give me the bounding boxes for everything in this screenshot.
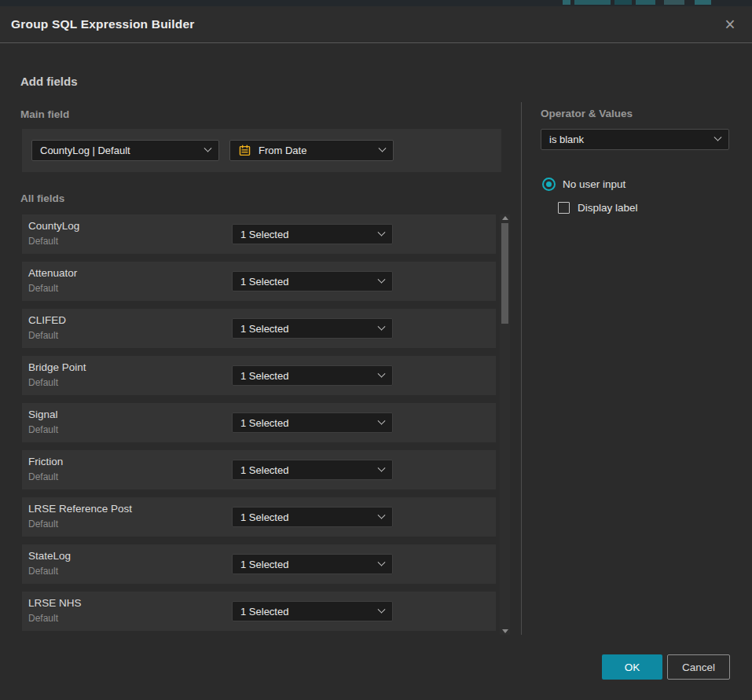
scrollbar[interactable]: [500, 214, 510, 635]
add-fields-heading: Add fields: [20, 75, 78, 88]
field-row-sublabel: Default: [28, 613, 58, 624]
main-field-source-dropdown[interactable]: CountyLog | Default: [31, 140, 219, 161]
field-row-name: LRSE Reference Post: [28, 503, 132, 515]
main-field-source-value: CountyLog | Default: [40, 145, 130, 156]
operator-value: is blank: [549, 134, 584, 145]
field-row-sublabel: Default: [28, 519, 58, 530]
chevron-down-icon: [378, 228, 386, 236]
field-row[interactable]: LRSE NHS Default 1 Selected: [22, 592, 496, 631]
vertical-divider: [521, 102, 522, 635]
checkbox-unchecked-icon[interactable]: [558, 202, 570, 214]
field-row[interactable]: CLIFED Default 1 Selected: [22, 309, 496, 348]
chevron-down-icon: [378, 369, 386, 377]
field-row-name: Friction: [28, 456, 63, 467]
background-app-fragment: [614, 0, 632, 5]
dialog-title: Group SQL Expression Builder: [11, 17, 195, 31]
field-row[interactable]: Bridge Point Default 1 Selected: [22, 356, 496, 395]
chevron-down-icon: [714, 134, 722, 141]
background-app-fragment: [563, 0, 570, 5]
field-row-sublabel: Default: [28, 424, 58, 435]
field-row-name: StateLog: [28, 550, 71, 562]
no-user-input-option[interactable]: No user input: [542, 178, 625, 191]
field-row[interactable]: StateLog Default 1 Selected: [22, 544, 496, 584]
screen: Group SQL Expression Builder × Add field…: [0, 0, 752, 700]
chevron-down-icon: [378, 275, 386, 283]
field-row-sublabel: Default: [28, 377, 58, 388]
field-row-selected-dropdown[interactable]: 1 Selected: [232, 460, 393, 480]
chevron-down-icon: [378, 511, 386, 519]
chevron-down-icon: [378, 558, 386, 566]
main-field-label: Main field: [20, 108, 69, 120]
no-user-input-label: No user input: [563, 178, 625, 190]
background-app-fragment: [695, 0, 711, 5]
chevron-down-icon: [378, 605, 386, 613]
field-row[interactable]: LRSE Reference Post Default 1 Selected: [22, 497, 496, 537]
background-app-edge: [0, 0, 752, 6]
chevron-down-icon: [204, 145, 212, 152]
operator-dropdown[interactable]: is blank: [541, 129, 729, 150]
display-label-label: Display label: [578, 202, 638, 214]
scroll-up-icon[interactable]: [502, 216, 508, 220]
field-row[interactable]: Friction Default 1 Selected: [22, 450, 496, 489]
field-row-selected-dropdown[interactable]: 1 Selected: [232, 318, 393, 339]
ok-button[interactable]: OK: [602, 654, 662, 680]
field-row-selected-value: 1 Selected: [240, 370, 288, 382]
field-row-selected-dropdown[interactable]: 1 Selected: [232, 365, 393, 386]
main-field-field-value: From Date: [259, 145, 306, 156]
field-row-name: LRSE NHS: [28, 597, 82, 609]
field-row-sublabel: Default: [28, 566, 58, 577]
field-row-selected-value: 1 Selected: [240, 417, 288, 429]
field-row-name: CLIFED: [28, 314, 66, 326]
field-row[interactable]: Attenuator Default 1 Selected: [22, 262, 496, 301]
background-app-fragment: [664, 0, 684, 5]
field-row-name: CountyLog: [28, 220, 79, 232]
field-row[interactable]: Signal Default 1 Selected: [22, 403, 496, 442]
close-icon[interactable]: ×: [719, 13, 741, 35]
field-row-sublabel: Default: [28, 471, 58, 482]
chevron-down-icon: [379, 145, 387, 152]
field-row-selected-dropdown[interactable]: 1 Selected: [232, 507, 393, 527]
field-row-selected-value: 1 Selected: [240, 511, 288, 523]
display-label-option[interactable]: Display label: [558, 202, 638, 214]
field-row-sublabel: Default: [28, 283, 58, 294]
radio-selected-icon[interactable]: [542, 178, 556, 191]
chevron-down-icon: [378, 416, 386, 424]
field-row-sublabel: Default: [28, 330, 58, 341]
field-row[interactable]: CountyLog Default 1 Selected: [22, 214, 496, 254]
field-row-selected-dropdown[interactable]: 1 Selected: [232, 412, 393, 433]
background-app-fragment: [574, 0, 611, 5]
field-row-selected-value: 1 Selected: [240, 323, 288, 335]
all-fields-label: All fields: [20, 192, 64, 204]
field-row-sublabel: Default: [28, 236, 58, 247]
dialog-titlebar: Group SQL Expression Builder ×: [0, 6, 752, 43]
all-fields-list: CountyLog Default 1 Selected Attenuator …: [22, 214, 496, 639]
scrollbar-thumb[interactable]: [501, 223, 508, 324]
group-sql-expression-builder-dialog: Group SQL Expression Builder × Add field…: [0, 6, 752, 700]
field-row-name: Attenuator: [28, 267, 77, 279]
cancel-button[interactable]: Cancel: [667, 654, 730, 680]
field-row-name: Signal: [28, 409, 58, 420]
chevron-down-icon: [378, 322, 386, 330]
field-row-selected-value: 1 Selected: [240, 606, 288, 618]
field-row-selected-value: 1 Selected: [240, 464, 288, 476]
operator-values-heading: Operator & Values: [541, 108, 633, 119]
field-row-selected-dropdown[interactable]: 1 Selected: [232, 554, 393, 574]
main-field-field-dropdown[interactable]: From Date: [229, 140, 394, 161]
field-row-selected-dropdown[interactable]: 1 Selected: [232, 601, 393, 621]
field-row-selected-dropdown[interactable]: 1 Selected: [232, 224, 393, 244]
field-row-name: Bridge Point: [28, 361, 86, 373]
background-app-fragment: [636, 0, 655, 5]
field-row-selected-value: 1 Selected: [240, 559, 288, 570]
chevron-down-icon: [378, 464, 386, 471]
main-field-panel: CountyLog | Default From Date: [22, 129, 501, 172]
field-row-selected-dropdown[interactable]: 1 Selected: [232, 271, 393, 291]
scroll-down-icon[interactable]: [502, 629, 508, 633]
field-row-selected-value: 1 Selected: [240, 229, 288, 240]
calendar-icon: [238, 144, 251, 157]
field-row-selected-value: 1 Selected: [240, 276, 288, 288]
